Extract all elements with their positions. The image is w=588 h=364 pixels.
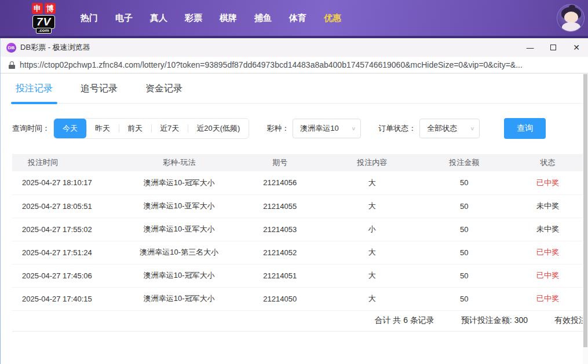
- close-button[interactable]: ✕: [565, 38, 588, 57]
- maximize-icon: [550, 45, 556, 50]
- page-scrollbar[interactable]: [583, 73, 588, 364]
- url-text[interactable]: https://ctop02pchwp1.zfnc84.com/lottery/…: [20, 60, 523, 69]
- scrollbar-thumb[interactable]: [583, 74, 587, 347]
- table-row: 2025-04-27 17:40:15 澳洲幸运10-冠军大小 21214050…: [12, 287, 588, 310]
- table-summary: 合计 共 6 条记录 预计投注金额: 300 有效投注金额: [12, 311, 588, 332]
- status-badge: 已中奖: [507, 241, 588, 264]
- maximize-button[interactable]: [542, 38, 565, 57]
- table-row: 2025-04-27 18:10:17 澳洲幸运10-冠军大小 21214056…: [12, 171, 588, 194]
- time-option-yesterday[interactable]: 昨天: [86, 119, 119, 138]
- bet-records-table: 投注时间 彩种-玩法 期号 投注内容 投注金额 状态 2025-04-27 18…: [12, 154, 588, 311]
- record-tabs: 投注记录 追号记录 资金记录: [12, 73, 588, 104]
- browser-window: DB DB彩票 - 极速浏览器 — ✕ https://ctop02pchwp1…: [1, 38, 588, 364]
- search-button[interactable]: 查询: [504, 118, 546, 139]
- user-avatar[interactable]: [557, 4, 585, 32]
- tab-chase-records[interactable]: 追号记录: [77, 83, 121, 103]
- col-status: 状态: [507, 154, 588, 171]
- page-content: 投注记录 追号记录 资金记录 查询时间： 今天 昨天 前天 近7天 近20天(低…: [1, 73, 588, 364]
- tab-bet-records[interactable]: 投注记录: [12, 83, 56, 103]
- time-option-day-before[interactable]: 前天: [119, 119, 151, 138]
- nav-item-cards[interactable]: 棋牌: [211, 13, 246, 24]
- status-badge: 未中奖: [507, 218, 588, 241]
- tab-fund-records[interactable]: 资金记录: [142, 83, 186, 103]
- table-row: 2025-04-27 17:51:24 澳洲幸运10-第三名大小 2121405…: [12, 241, 588, 264]
- col-bet-content: 投注内容: [323, 154, 421, 171]
- time-option-today[interactable]: 今天: [54, 119, 86, 138]
- col-bet-amount: 投注金额: [421, 154, 507, 171]
- col-game-play: 彩种-玩法: [122, 154, 237, 171]
- col-bet-time: 投注时间: [12, 154, 122, 171]
- time-filter-label: 查询时间：: [12, 123, 50, 134]
- window-title: DB彩票 - 极速浏览器: [20, 42, 90, 53]
- chevron-down-icon: ∨: [470, 126, 474, 131]
- table-row: 2025-04-27 17:45:06 澳洲幸运10-冠军大小 21214051…: [12, 264, 588, 287]
- order-status-select[interactable]: 全部状态 ∨: [419, 119, 480, 138]
- browser-title-bar: DB DB彩票 - 极速浏览器 — ✕: [1, 38, 588, 57]
- screen: 申 博 7V .com 热门 电子 真人 彩票 棋牌 捕鱼 体育 优惠: [0, 0, 588, 364]
- nav-item-fishing[interactable]: 捕鱼: [246, 13, 280, 24]
- summary-expected-amount: 预计投注金额: 300: [461, 315, 528, 326]
- favicon-icon: DB: [6, 43, 16, 53]
- lottery-filter-label: 彩种：: [266, 123, 289, 134]
- time-option-20days[interactable]: 近20天(低频): [188, 119, 249, 138]
- nav-item-hot[interactable]: 热门: [72, 13, 107, 24]
- site-logo[interactable]: 申 博 7V .com: [32, 3, 56, 34]
- logo-char-right: 博: [45, 3, 56, 14]
- url-bar[interactable]: https://ctop02pchwp1.zfnc84.com/lottery/…: [1, 57, 588, 73]
- site-header: 申 博 7V .com 热门 电子 真人 彩票 棋牌 捕鱼 体育 优惠: [0, 0, 588, 36]
- chevron-down-icon: ∨: [351, 126, 356, 131]
- nav-item-live[interactable]: 真人: [141, 13, 176, 24]
- order-status-value: 全部状态: [427, 123, 457, 134]
- lottery-select[interactable]: 澳洲幸运10 ∨: [293, 119, 361, 138]
- logo-char-left: 申: [32, 3, 43, 14]
- status-badge: 已中奖: [507, 264, 588, 287]
- nav-item-lottery[interactable]: 彩票: [176, 13, 211, 24]
- status-filter-label: 订单状态：: [378, 123, 416, 134]
- logo-name: 7V: [32, 15, 55, 29]
- status-badge: 已中奖: [507, 171, 588, 194]
- status-badge: 已中奖: [507, 287, 588, 310]
- time-option-7days[interactable]: 近7天: [151, 119, 188, 138]
- table-row: 2025-04-27 17:55:02 澳洲幸运10-亚军大小 21214053…: [12, 218, 588, 241]
- time-range-group: 今天 昨天 前天 近7天 近20天(低频): [53, 118, 249, 139]
- col-issue: 期号: [237, 154, 323, 171]
- nav-item-sports[interactable]: 体育: [280, 13, 315, 24]
- logo-tld: .com: [36, 28, 52, 34]
- window-controls: — ✕: [518, 38, 588, 57]
- nav-item-promo[interactable]: 优惠: [315, 13, 350, 24]
- main-nav: 热门 电子 真人 彩票 棋牌 捕鱼 体育 优惠: [72, 13, 350, 24]
- lottery-select-value: 澳洲幸运10: [300, 123, 338, 134]
- table-header-row: 投注时间 彩种-玩法 期号 投注内容 投注金额 状态: [12, 154, 588, 171]
- table-row: 2025-04-27 18:05:51 澳洲幸运10-亚军大小 21214055…: [12, 194, 588, 218]
- lock-icon: [9, 61, 15, 69]
- minimize-button[interactable]: —: [518, 38, 542, 57]
- status-badge: 未中奖: [507, 194, 588, 218]
- filter-bar: 查询时间： 今天 昨天 前天 近7天 近20天(低频) 彩种： 澳洲幸运10 ∨…: [12, 118, 588, 139]
- summary-total-records: 合计 共 6 条记录: [374, 315, 434, 326]
- nav-item-slots[interactable]: 电子: [107, 13, 141, 24]
